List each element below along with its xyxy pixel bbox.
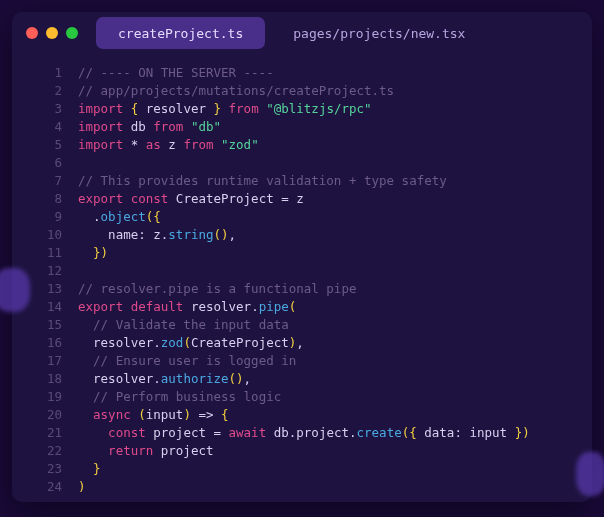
code-line[interactable]: ) — [78, 478, 530, 496]
code-line[interactable]: name: z.string(), — [78, 226, 530, 244]
code-line[interactable]: export const CreateProject = z — [78, 190, 530, 208]
line-number: 13 — [12, 280, 62, 298]
maximize-icon[interactable] — [66, 27, 78, 39]
line-number: 20 — [12, 406, 62, 424]
line-number: 19 — [12, 388, 62, 406]
line-number: 2 — [12, 82, 62, 100]
code-line[interactable]: .object({ — [78, 208, 530, 226]
line-number: 10 — [12, 226, 62, 244]
line-number: 18 — [12, 370, 62, 388]
line-number: 1 — [12, 64, 62, 82]
code-line[interactable]: const project = await db.project.create(… — [78, 424, 530, 442]
code-line[interactable] — [78, 262, 530, 280]
line-number: 12 — [12, 262, 62, 280]
minimize-icon[interactable] — [46, 27, 58, 39]
line-number: 23 — [12, 460, 62, 478]
code-line[interactable]: // app/projects/mutations/createProject.… — [78, 82, 530, 100]
code-line[interactable]: return project — [78, 442, 530, 460]
tab-1[interactable]: pages/projects/new.tsx — [271, 17, 487, 49]
close-icon[interactable] — [26, 27, 38, 39]
code-line[interactable]: import { resolver } from "@blitzjs/rpc" — [78, 100, 530, 118]
tab-0[interactable]: createProject.ts — [96, 17, 265, 49]
code-line[interactable]: // Perform business logic — [78, 388, 530, 406]
code-line[interactable]: // ---- ON THE SERVER ---- — [78, 64, 530, 82]
code-line[interactable] — [78, 154, 530, 172]
titlebar: createProject.tspages/projects/new.tsx — [12, 12, 592, 54]
line-number: 11 — [12, 244, 62, 262]
code-line[interactable]: // Validate the input data — [78, 316, 530, 334]
line-gutter: 123456789101112131415161718192021222324 — [12, 64, 78, 496]
line-number: 14 — [12, 298, 62, 316]
code-area[interactable]: // ---- ON THE SERVER ----// app/project… — [78, 64, 530, 496]
line-number: 3 — [12, 100, 62, 118]
line-number: 22 — [12, 442, 62, 460]
code-line[interactable]: async (input) => { — [78, 406, 530, 424]
code-line[interactable]: // resolver.pipe is a functional pipe — [78, 280, 530, 298]
window-controls — [26, 27, 78, 39]
code-line[interactable]: // This provides runtime validation + ty… — [78, 172, 530, 190]
line-number: 5 — [12, 136, 62, 154]
code-line[interactable]: // Ensure user is logged in — [78, 352, 530, 370]
line-number: 15 — [12, 316, 62, 334]
code-line[interactable]: }) — [78, 244, 530, 262]
code-line[interactable]: } — [78, 460, 530, 478]
line-number: 6 — [12, 154, 62, 172]
line-number: 17 — [12, 352, 62, 370]
line-number: 8 — [12, 190, 62, 208]
line-number: 16 — [12, 334, 62, 352]
code-line[interactable]: resolver.authorize(), — [78, 370, 530, 388]
line-number: 21 — [12, 424, 62, 442]
code-line[interactable]: resolver.zod(CreateProject), — [78, 334, 530, 352]
editor-window: createProject.tspages/projects/new.tsx 1… — [12, 12, 592, 502]
code-editor[interactable]: 123456789101112131415161718192021222324 … — [12, 54, 592, 496]
line-number: 4 — [12, 118, 62, 136]
code-line[interactable]: import db from "db" — [78, 118, 530, 136]
line-number: 24 — [12, 478, 62, 496]
code-line[interactable]: export default resolver.pipe( — [78, 298, 530, 316]
line-number: 7 — [12, 172, 62, 190]
code-line[interactable]: import * as z from "zod" — [78, 136, 530, 154]
line-number: 9 — [12, 208, 62, 226]
tab-bar: createProject.tspages/projects/new.tsx — [96, 12, 493, 54]
